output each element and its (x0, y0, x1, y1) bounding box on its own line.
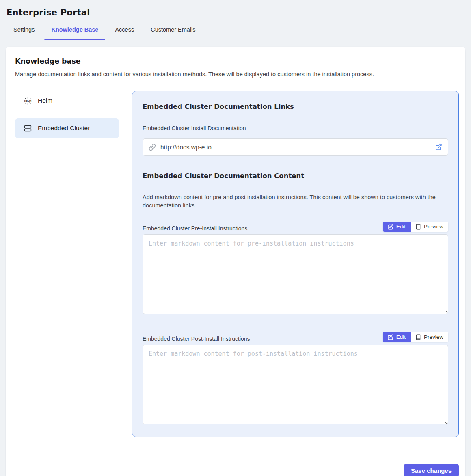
page-header: Enterprise Portal Settings Knowledge Bas… (0, 0, 471, 39)
card-description: Manage documentation links and content f… (15, 71, 459, 78)
helm-icon: HELM (23, 96, 32, 105)
tab-access[interactable]: Access (115, 26, 134, 39)
post-install-mode-toggle: Edit Preview (383, 332, 448, 342)
tab-knowledge-base[interactable]: Knowledge Base (51, 26, 98, 39)
link-icon (149, 144, 156, 151)
server-stack-icon (23, 124, 32, 133)
pre-install-block: Embedded Cluster Pre-Install Instruction… (143, 222, 448, 316)
edit-pencil-icon (388, 334, 393, 340)
post-install-block: Embedded Cluster Post-Install Instructio… (143, 332, 448, 426)
edit-pencil-icon (388, 224, 393, 230)
preview-button-label: Preview (424, 224, 443, 230)
install-doc-label: Embedded Cluster Install Documentation (143, 125, 448, 131)
nav-item-helm[interactable]: HELM Helm (15, 91, 119, 110)
edit-button-label: Edit (396, 334, 406, 340)
install-doc-url-input[interactable] (160, 144, 431, 151)
install-doc-input-wrap (143, 138, 448, 156)
pre-install-textarea[interactable] (143, 234, 448, 314)
knowledge-base-card: Knowledge base Manage documentation link… (6, 47, 465, 476)
preview-button[interactable]: Preview (411, 332, 448, 342)
preview-button[interactable]: Preview (411, 222, 448, 232)
edit-button[interactable]: Edit (383, 332, 411, 342)
external-link-icon[interactable] (435, 144, 442, 151)
edit-button-label: Edit (396, 224, 406, 230)
install-method-nav: HELM Helm Embedded Cluster (15, 91, 119, 146)
nav-item-embedded-cluster[interactable]: Embedded Cluster (15, 118, 119, 138)
preview-button-label: Preview (424, 334, 443, 340)
pre-install-label: Embedded Cluster Pre-Install Instruction… (143, 225, 247, 232)
nav-item-label: Embedded Cluster (38, 125, 90, 132)
tab-settings[interactable]: Settings (13, 26, 35, 39)
card-title: Knowledge base (15, 57, 459, 65)
post-install-textarea[interactable] (143, 345, 448, 424)
save-changes-button[interactable]: Save changes (404, 464, 459, 476)
tab-customer-emails[interactable]: Customer Emails (151, 26, 195, 39)
preview-book-icon (415, 334, 421, 340)
page-title: Enterprise Portal (6, 8, 465, 17)
post-install-label: Embedded Cluster Post-Install Instructio… (143, 336, 250, 342)
embedded-cluster-panel: Embedded Cluster Documentation Links Emb… (132, 91, 459, 437)
links-section-title: Embedded Cluster Documentation Links (143, 103, 448, 110)
edit-button[interactable]: Edit (383, 222, 411, 232)
content-section-title: Embedded Cluster Documentation Content (143, 172, 448, 180)
tab-bar: Settings Knowledge Base Access Customer … (6, 17, 465, 39)
preview-book-icon (415, 224, 421, 230)
content-section-description: Add markdown content for pre and post in… (143, 193, 446, 209)
nav-item-label: Helm (38, 97, 52, 104)
pre-install-mode-toggle: Edit Preview (383, 222, 448, 232)
svg-text:HELM: HELM (24, 99, 31, 102)
